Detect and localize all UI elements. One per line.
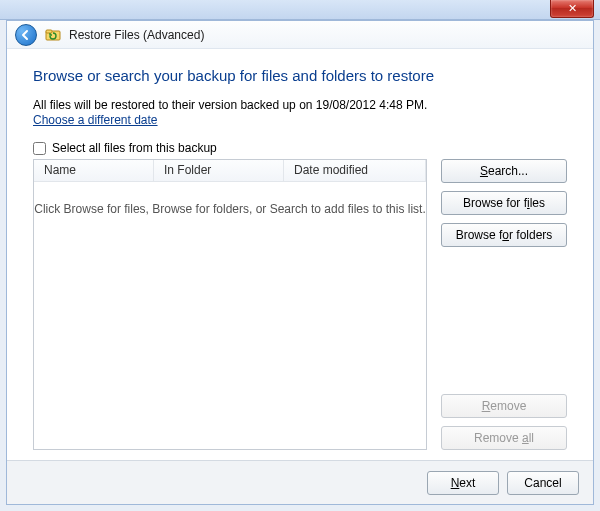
column-date-modified[interactable]: Date modified (284, 160, 426, 181)
remove-all-button: Remove all (441, 426, 567, 450)
remove-button: Remove (441, 394, 567, 418)
browse-folders-button[interactable]: Browse for folders (441, 223, 567, 247)
back-button[interactable] (15, 24, 37, 46)
restore-icon (45, 27, 61, 43)
select-all-row[interactable]: Select all files from this backup (33, 141, 567, 155)
select-all-label: Select all files from this backup (52, 141, 217, 155)
column-in-folder[interactable]: In Folder (154, 160, 284, 181)
titlebar: ✕ (0, 0, 600, 20)
close-icon: ✕ (568, 2, 577, 14)
search-button[interactable]: Search... (441, 159, 567, 183)
file-list: Name In Folder Date modified Click Brows… (33, 159, 427, 450)
svg-rect-1 (46, 30, 52, 33)
arrow-left-icon (20, 29, 32, 41)
restore-info-line: All files will be restored to their vers… (33, 98, 567, 112)
page-heading: Browse or search your backup for files a… (33, 67, 567, 84)
cancel-button[interactable]: Cancel (507, 471, 579, 495)
wizard-title: Restore Files (Advanced) (69, 28, 204, 42)
browse-files-button[interactable]: Browse for files (441, 191, 567, 215)
wizard-footer: Next Cancel (7, 460, 593, 504)
list-header: Name In Folder Date modified (34, 160, 426, 182)
wizard-header: Restore Files (Advanced) (7, 21, 593, 49)
next-button[interactable]: Next (427, 471, 499, 495)
column-name[interactable]: Name (34, 160, 154, 181)
select-all-checkbox[interactable] (33, 142, 46, 155)
window-close-button[interactable]: ✕ (550, 0, 594, 18)
list-empty-message: Click Browse for files, Browse for folde… (34, 182, 426, 449)
choose-date-link[interactable]: Choose a different date (33, 113, 158, 127)
